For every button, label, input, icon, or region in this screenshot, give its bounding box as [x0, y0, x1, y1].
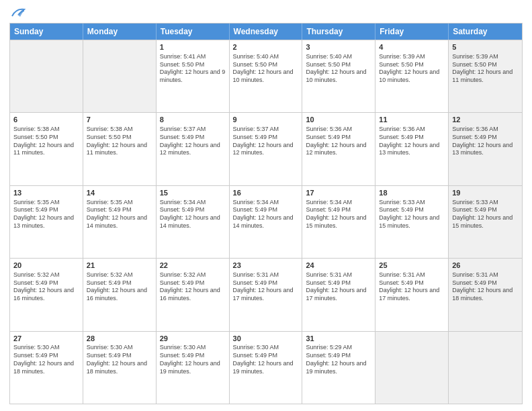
calendar-header: SundayMondayTuesdayWednesdayThursdayFrid… — [10, 24, 522, 40]
day-number: 4 — [379, 42, 445, 52]
header — [9, 7, 523, 19]
day-number: 27 — [13, 334, 79, 344]
day-number: 28 — [87, 334, 152, 344]
cell-detail: Sunrise: 5:32 AM Sunset: 5:49 PM Dayligh… — [160, 271, 226, 303]
cal-cell: 1Sunrise: 5:41 AM Sunset: 5:50 PM Daylig… — [157, 40, 230, 112]
cell-detail: Sunrise: 5:32 AM Sunset: 5:49 PM Dayligh… — [87, 271, 152, 303]
cal-cell — [375, 332, 449, 404]
cell-detail: Sunrise: 5:30 AM Sunset: 5:49 PM Dayligh… — [233, 344, 299, 375]
day-number: 1 — [160, 42, 226, 52]
day-number: 30 — [233, 334, 299, 344]
cell-detail: Sunrise: 5:36 AM Sunset: 5:49 PM Dayligh… — [452, 126, 519, 157]
day-number: 18 — [379, 188, 445, 198]
cal-cell: 29Sunrise: 5:30 AM Sunset: 5:49 PM Dayli… — [157, 332, 230, 404]
cell-detail: Sunrise: 5:33 AM Sunset: 5:49 PM Dayligh… — [379, 199, 445, 230]
day-number: 13 — [13, 188, 79, 198]
cal-cell: 24Sunrise: 5:31 AM Sunset: 5:49 PM Dayli… — [302, 259, 375, 330]
day-number: 21 — [87, 261, 152, 271]
cal-header-day: Tuesday — [157, 24, 230, 40]
page: SundayMondayTuesdayWednesdayThursdayFrid… — [0, 0, 532, 411]
cal-cell: 3Sunrise: 5:40 AM Sunset: 5:50 PM Daylig… — [302, 40, 375, 112]
cal-cell: 12Sunrise: 5:36 AM Sunset: 5:49 PM Dayli… — [449, 113, 522, 185]
day-number: 6 — [13, 115, 79, 125]
cell-detail: Sunrise: 5:39 AM Sunset: 5:50 PM Dayligh… — [452, 53, 519, 85]
day-number: 26 — [452, 261, 519, 271]
cell-detail: Sunrise: 5:36 AM Sunset: 5:49 PM Dayligh… — [306, 126, 371, 157]
day-number: 11 — [379, 115, 445, 125]
cal-cell: 6Sunrise: 5:38 AM Sunset: 5:50 PM Daylig… — [10, 113, 83, 185]
cal-cell: 19Sunrise: 5:33 AM Sunset: 5:49 PM Dayli… — [449, 186, 522, 258]
cell-detail: Sunrise: 5:40 AM Sunset: 5:50 PM Dayligh… — [233, 53, 299, 85]
cal-cell: 20Sunrise: 5:32 AM Sunset: 5:49 PM Dayli… — [10, 259, 83, 330]
day-number: 5 — [452, 42, 519, 52]
cal-cell: 13Sunrise: 5:35 AM Sunset: 5:49 PM Dayli… — [10, 186, 83, 258]
cell-detail: Sunrise: 5:37 AM Sunset: 5:49 PM Dayligh… — [160, 126, 226, 157]
cal-header-day: Monday — [83, 24, 157, 40]
cell-detail: Sunrise: 5:32 AM Sunset: 5:49 PM Dayligh… — [13, 271, 79, 303]
cell-detail: Sunrise: 5:34 AM Sunset: 5:49 PM Dayligh… — [160, 199, 226, 230]
day-number: 19 — [452, 188, 519, 198]
calendar-body: 1Sunrise: 5:41 AM Sunset: 5:50 PM Daylig… — [10, 40, 522, 404]
cell-detail: Sunrise: 5:29 AM Sunset: 5:49 PM Dayligh… — [306, 344, 371, 375]
cal-cell — [449, 332, 522, 404]
cell-detail: Sunrise: 5:31 AM Sunset: 5:49 PM Dayligh… — [306, 271, 371, 303]
cell-detail: Sunrise: 5:31 AM Sunset: 5:49 PM Dayligh… — [379, 271, 445, 303]
day-number: 3 — [306, 42, 371, 52]
logo-bird-icon — [11, 7, 26, 19]
day-number: 29 — [160, 334, 226, 344]
day-number: 20 — [13, 261, 79, 271]
cell-detail: Sunrise: 5:36 AM Sunset: 5:49 PM Dayligh… — [379, 126, 445, 157]
day-number: 8 — [160, 115, 226, 125]
day-number: 9 — [233, 115, 299, 125]
cell-detail: Sunrise: 5:38 AM Sunset: 5:50 PM Dayligh… — [13, 126, 79, 157]
cal-cell — [83, 40, 157, 112]
cell-detail: Sunrise: 5:34 AM Sunset: 5:49 PM Dayligh… — [306, 199, 371, 230]
day-number: 25 — [379, 261, 445, 271]
day-number: 24 — [306, 261, 371, 271]
cal-cell: 18Sunrise: 5:33 AM Sunset: 5:49 PM Dayli… — [375, 186, 449, 258]
cal-cell: 2Sunrise: 5:40 AM Sunset: 5:50 PM Daylig… — [230, 40, 303, 112]
day-number: 16 — [233, 188, 299, 198]
cal-cell: 5Sunrise: 5:39 AM Sunset: 5:50 PM Daylig… — [449, 40, 522, 112]
cell-detail: Sunrise: 5:40 AM Sunset: 5:50 PM Dayligh… — [306, 53, 371, 85]
day-number: 22 — [160, 261, 226, 271]
cal-week: 6Sunrise: 5:38 AM Sunset: 5:50 PM Daylig… — [10, 112, 522, 185]
cal-cell: 21Sunrise: 5:32 AM Sunset: 5:49 PM Dayli… — [83, 259, 157, 330]
day-number: 23 — [233, 261, 299, 271]
cal-cell: 22Sunrise: 5:32 AM Sunset: 5:49 PM Dayli… — [157, 259, 230, 330]
cal-week: 13Sunrise: 5:35 AM Sunset: 5:49 PM Dayli… — [10, 185, 522, 258]
cal-cell: 31Sunrise: 5:29 AM Sunset: 5:49 PM Dayli… — [302, 332, 375, 404]
cal-week: 27Sunrise: 5:30 AM Sunset: 5:49 PM Dayli… — [10, 331, 522, 404]
cell-detail: Sunrise: 5:33 AM Sunset: 5:49 PM Dayligh… — [452, 199, 519, 230]
cal-week: 1Sunrise: 5:41 AM Sunset: 5:50 PM Daylig… — [10, 40, 522, 112]
cell-detail: Sunrise: 5:34 AM Sunset: 5:49 PM Dayligh… — [233, 199, 299, 230]
day-number: 10 — [306, 115, 371, 125]
cell-detail: Sunrise: 5:39 AM Sunset: 5:50 PM Dayligh… — [379, 53, 445, 85]
cal-header-day: Wednesday — [230, 24, 303, 40]
cal-cell: 16Sunrise: 5:34 AM Sunset: 5:49 PM Dayli… — [230, 186, 303, 258]
cell-detail: Sunrise: 5:30 AM Sunset: 5:49 PM Dayligh… — [87, 344, 152, 375]
cal-cell: 17Sunrise: 5:34 AM Sunset: 5:49 PM Dayli… — [302, 186, 375, 258]
cell-detail: Sunrise: 5:38 AM Sunset: 5:50 PM Dayligh… — [87, 126, 152, 157]
cal-header-day: Sunday — [10, 24, 83, 40]
cell-detail: Sunrise: 5:37 AM Sunset: 5:49 PM Dayligh… — [233, 126, 299, 157]
cal-week: 20Sunrise: 5:32 AM Sunset: 5:49 PM Dayli… — [10, 258, 522, 330]
cal-cell: 9Sunrise: 5:37 AM Sunset: 5:49 PM Daylig… — [230, 113, 303, 185]
cal-header-day: Saturday — [449, 24, 522, 40]
day-number: 7 — [87, 115, 152, 125]
cal-header-day: Thursday — [302, 24, 375, 40]
cal-cell: 26Sunrise: 5:31 AM Sunset: 5:49 PM Dayli… — [449, 259, 522, 330]
cal-cell: 25Sunrise: 5:31 AM Sunset: 5:49 PM Dayli… — [375, 259, 449, 330]
logo — [9, 7, 26, 19]
day-number: 14 — [87, 188, 152, 198]
cal-cell: 7Sunrise: 5:38 AM Sunset: 5:50 PM Daylig… — [83, 113, 157, 185]
cal-cell: 15Sunrise: 5:34 AM Sunset: 5:49 PM Dayli… — [157, 186, 230, 258]
day-number: 17 — [306, 188, 371, 198]
day-number: 12 — [452, 115, 519, 125]
cal-cell: 10Sunrise: 5:36 AM Sunset: 5:49 PM Dayli… — [302, 113, 375, 185]
calendar: SundayMondayTuesdayWednesdayThursdayFrid… — [9, 23, 523, 404]
cell-detail: Sunrise: 5:30 AM Sunset: 5:49 PM Dayligh… — [13, 344, 79, 375]
cell-detail: Sunrise: 5:30 AM Sunset: 5:49 PM Dayligh… — [160, 344, 226, 375]
cal-cell: 4Sunrise: 5:39 AM Sunset: 5:50 PM Daylig… — [375, 40, 449, 112]
cal-cell: 30Sunrise: 5:30 AM Sunset: 5:49 PM Dayli… — [230, 332, 303, 404]
